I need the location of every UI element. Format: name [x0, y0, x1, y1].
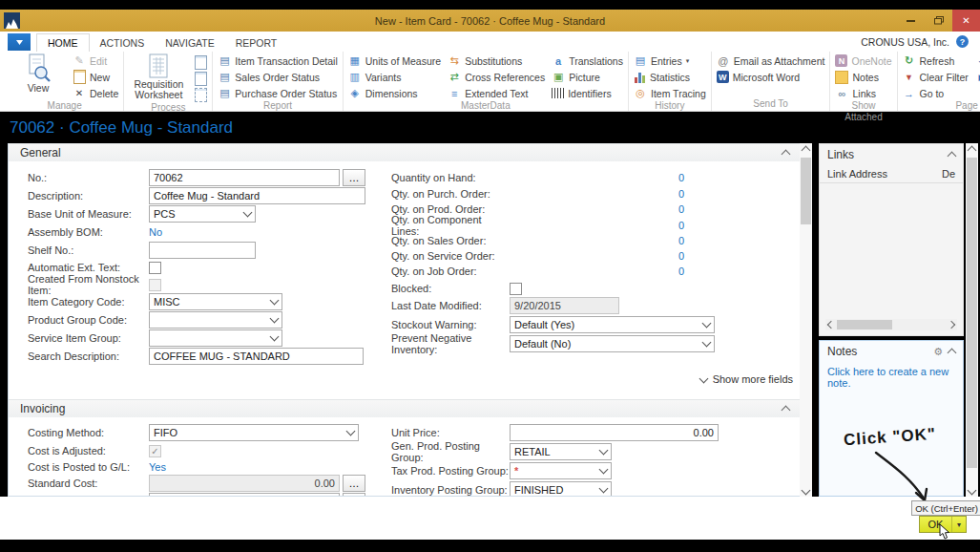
translations-button[interactable]: aTranslations [552, 53, 623, 68]
link-address-column-header[interactable]: Link Address [827, 168, 887, 180]
qty-on-job-order-value[interactable]: 0 [510, 265, 684, 277]
shelf-no-input[interactable] [149, 242, 256, 259]
stockout-warning-select[interactable]: Default (Yes) [510, 316, 715, 333]
cost-is-posted-to-gl-link[interactable]: Yes [149, 461, 166, 473]
tab-actions[interactable]: ACTIONS [90, 34, 156, 52]
picture-button[interactable]: ▣Picture [552, 70, 623, 84]
tab-home[interactable]: HOME [36, 33, 90, 52]
no-input[interactable]: 70062 [149, 169, 340, 186]
scroll-down-icon[interactable] [968, 485, 977, 495]
gen-prod-posting-group-select[interactable]: RETAIL [510, 443, 612, 460]
assist-edit-button[interactable]: … [343, 169, 365, 186]
product-group-code-select[interactable] [149, 311, 282, 329]
scroll-right-icon[interactable] [948, 321, 955, 329]
prevent-negative-inventory-select[interactable]: Default (No) [510, 335, 715, 352]
quantity-on-hand-value[interactable]: 0 [510, 172, 684, 183]
notes-button[interactable]: Notes [835, 70, 891, 84]
qty-on-sales-order-value[interactable]: 0 [510, 235, 684, 246]
previous-button[interactable]: ◀Previous [975, 53, 980, 68]
restore-button[interactable] [925, 10, 952, 32]
units-of-measure-button[interactable]: ▦Units of Measure [348, 53, 441, 68]
show-more-fields-link[interactable]: Show more fields [543, 373, 793, 385]
process-small-button-3[interactable] [195, 88, 207, 102]
scroll-up-icon[interactable] [802, 146, 811, 156]
scrollbar-thumb[interactable] [967, 158, 977, 468]
purchase-order-status-button[interactable]: ▤Purchase Order Status [218, 86, 337, 100]
statistics-button[interactable]: Statistics [634, 70, 706, 84]
general-section-header[interactable]: General [9, 143, 800, 161]
tab-report[interactable]: REPORT [225, 34, 288, 52]
view-button[interactable]: View [10, 53, 66, 100]
collapse-icon[interactable] [782, 150, 791, 159]
cross-references-button[interactable]: ⇄Cross References [448, 70, 545, 84]
next-button[interactable]: ▶Next [975, 70, 980, 84]
go-to-button[interactable]: →Go to [903, 86, 969, 100]
close-button[interactable]: ✕ [952, 10, 980, 32]
help-icon[interactable]: ? [956, 35, 969, 48]
minimize-button[interactable] [897, 10, 925, 32]
base-unit-of-measure-select[interactable]: PCS [149, 205, 256, 223]
links-horizontal-scrollbar[interactable] [825, 319, 957, 330]
field-stockout-warning: Stockout Warning: Default (Yes) [391, 316, 715, 333]
process-small-button-2[interactable] [195, 72, 207, 86]
inventory-posting-group-select[interactable]: FINISHED [510, 481, 612, 497]
invoicing-section-header[interactable]: Invoicing [9, 399, 800, 417]
requisition-worksheet-button[interactable]: Requisition Worksheet [129, 53, 188, 102]
email-as-attachment-button[interactable]: @Email as Attachment [717, 53, 825, 68]
sales-order-status-button[interactable]: ▤Sales Order Status [218, 70, 337, 84]
refresh-button[interactable]: ↻Refresh [903, 53, 969, 68]
tax-prod-posting-group-select[interactable]: * [510, 462, 612, 479]
collapse-icon[interactable] [948, 152, 957, 161]
assist-edit-button[interactable]: … [343, 475, 365, 492]
scroll-up-icon[interactable] [968, 146, 977, 156]
chevron-down-icon [346, 427, 356, 436]
item-tracing-button[interactable]: ◎Item Tracing [634, 86, 706, 100]
assembly-bom-link[interactable]: No [149, 226, 162, 238]
substitutions-button[interactable]: ⇆Substitutions [448, 53, 545, 68]
process-small-button-1[interactable] [195, 55, 207, 70]
qty-on-prod-order-value[interactable]: 0 [510, 203, 684, 215]
search-description-input[interactable]: COFFEE MUG - STANDARD [149, 348, 364, 365]
identifiers-button[interactable]: Identifiers [552, 86, 623, 100]
main-scrollbar[interactable] [800, 143, 812, 497]
blocked-checkbox[interactable] [510, 283, 522, 295]
field-costing-method: Costing Method: FIFO [28, 424, 359, 441]
create-note-link[interactable]: Click here to create a new note. [820, 362, 963, 393]
qty-on-service-order-value[interactable]: 0 [510, 250, 684, 262]
tab-navigate[interactable]: NAVIGATE [155, 34, 225, 52]
delete-button[interactable]: ✕Delete [73, 86, 118, 100]
scroll-left-icon[interactable] [827, 321, 835, 329]
collapse-icon[interactable] [782, 406, 791, 415]
edit-button[interactable]: ✎Edit [73, 53, 118, 68]
qty-on-purch-order-value[interactable]: 0 [510, 188, 684, 200]
scrollbar-thumb[interactable] [801, 158, 811, 224]
application-menu-button[interactable] [8, 33, 31, 51]
new-button[interactable]: New [73, 70, 118, 84]
factbox-scrollbar[interactable] [966, 143, 978, 497]
microsoft-word-button[interactable]: WMicrosoft Word [717, 70, 825, 84]
entries-button[interactable]: ▤Entries▾ [634, 53, 706, 68]
collapse-icon[interactable] [948, 349, 957, 358]
unit-price-input[interactable]: 0.00 [510, 424, 719, 441]
select-value: RETAIL [514, 446, 551, 457]
costing-method-select[interactable]: FIFO [149, 424, 359, 441]
scrollbar-thumb[interactable] [837, 320, 892, 329]
extended-text-button[interactable]: ≡Extended Text [448, 86, 545, 100]
onenote-button[interactable]: NOneNote [835, 53, 891, 68]
item-transaction-detail-button[interactable]: ▤Item Transaction Detail [218, 53, 337, 68]
description-input[interactable]: Coffee Mug - Standard [149, 187, 365, 204]
links-button[interactable]: ∞Links [835, 86, 891, 100]
ok-dropdown-button[interactable]: ▾ [951, 517, 966, 532]
automatic-ext-text-checkbox[interactable] [149, 262, 161, 274]
variants-button[interactable]: ▥Variants [348, 70, 441, 84]
restore-icon [934, 16, 944, 25]
description-column-header[interactable]: De [942, 168, 955, 180]
scroll-down-icon[interactable] [802, 485, 811, 495]
qty-on-component-lines-value[interactable]: 0 [510, 220, 684, 231]
clear-filter-button[interactable]: ▼Clear Filter [903, 70, 969, 84]
service-item-group-select[interactable] [149, 329, 282, 347]
gear-icon[interactable]: ⚙ [933, 346, 943, 358]
dimensions-button[interactable]: ◈Dimensions [348, 86, 441, 100]
field-label: Blocked: [391, 283, 510, 294]
item-category-code-select[interactable]: MISC [149, 293, 282, 310]
